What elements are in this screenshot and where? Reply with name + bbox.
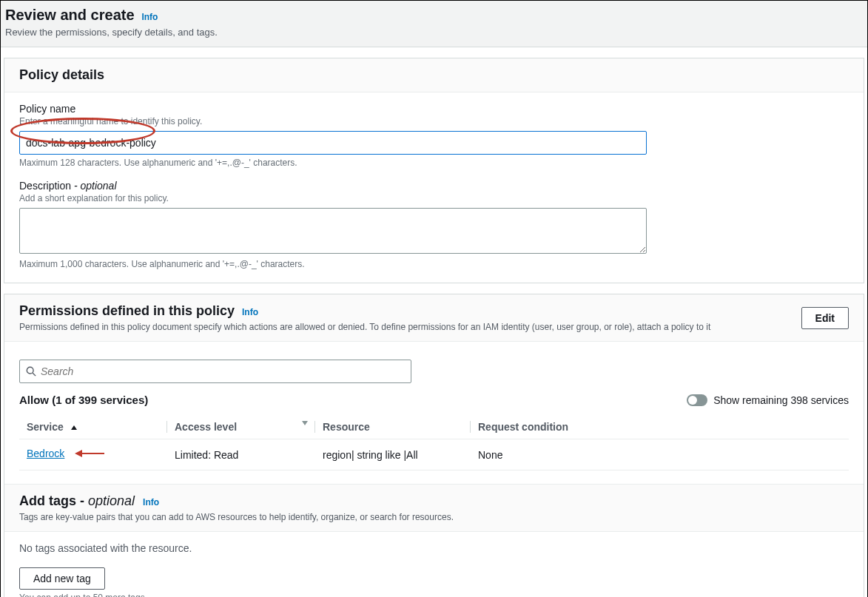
description-optional: - optional [74,180,117,192]
annotation-arrow [75,451,104,462]
permissions-table: Service Access level Resource [19,415,849,470]
policy-details-title: Policy details [19,67,104,83]
edit-button[interactable]: Edit [801,307,849,329]
cell-resource: region| string like |All [315,439,471,470]
description-constraint: Maximum 1,000 characters. Use alphanumer… [19,259,849,269]
sort-asc-icon [71,425,77,430]
permissions-panel: Permissions defined in this policy Info … [4,294,864,597]
policy-name-constraint: Maximum 128 characters. Use alphanumeric… [19,158,849,168]
permissions-title: Permissions defined in this policy [19,303,235,318]
allow-heading: Allow (1 of 399 services) [19,394,148,406]
description-textarea[interactable] [19,208,647,254]
col-service[interactable]: Service [19,415,167,439]
page-info-link[interactable]: Info [141,12,158,22]
permissions-info-link[interactable]: Info [242,307,258,317]
page-subtitle: Review the permissions, specify details,… [5,27,852,38]
svg-marker-3 [75,450,82,457]
tags-subtitle: Tags are key-value pairs that you can ad… [19,512,454,522]
col-access[interactable]: Access level [167,415,315,439]
permissions-search-input[interactable] [41,365,405,377]
toggle-switch-icon [687,394,707,406]
cell-condition: None [471,439,849,470]
tags-empty-message: No tags associated with the resource. [19,542,849,554]
description-hint: Add a short explanation for this policy. [19,193,849,203]
policy-name-label: Policy name [19,103,849,115]
search-icon [26,366,36,377]
tags-limit: You can add up to 50 more tags. [19,593,849,597]
svg-line-1 [33,373,36,376]
policy-details-panel: Policy details Policy name Enter a meani… [4,58,864,283]
add-tag-button[interactable]: Add new tag [19,567,105,590]
policy-details-header: Policy details [4,58,864,92]
policy-name-input[interactable] [19,131,647,155]
tags-header: Add tags - optional Info Tags are key-va… [4,484,864,532]
permissions-search[interactable] [19,360,411,383]
toggle-label: Show remaining 398 services [713,394,849,406]
sort-icon [302,421,308,425]
svg-point-0 [27,367,33,374]
description-label: Description [19,180,71,192]
show-remaining-toggle[interactable]: Show remaining 398 services [687,394,849,406]
table-row: Bedrock Limited: Read region| string lik… [19,439,849,470]
page-header: Review and create Info Review the permis… [1,1,867,47]
col-resource[interactable]: Resource [315,415,471,439]
tags-title: Add tags - optional [19,493,138,508]
permissions-header: Permissions defined in this policy Info … [4,294,864,342]
tags-info-link[interactable]: Info [143,497,159,507]
policy-name-hint: Enter a meaningful name to identify this… [19,116,849,127]
cell-access: Limited: Read [167,439,315,470]
permissions-subtitle: Permissions defined in this policy docum… [19,322,710,332]
service-link-bedrock[interactable]: Bedrock [27,448,64,459]
page-title: Review and create [5,7,135,23]
col-condition[interactable]: Request condition [471,415,849,439]
